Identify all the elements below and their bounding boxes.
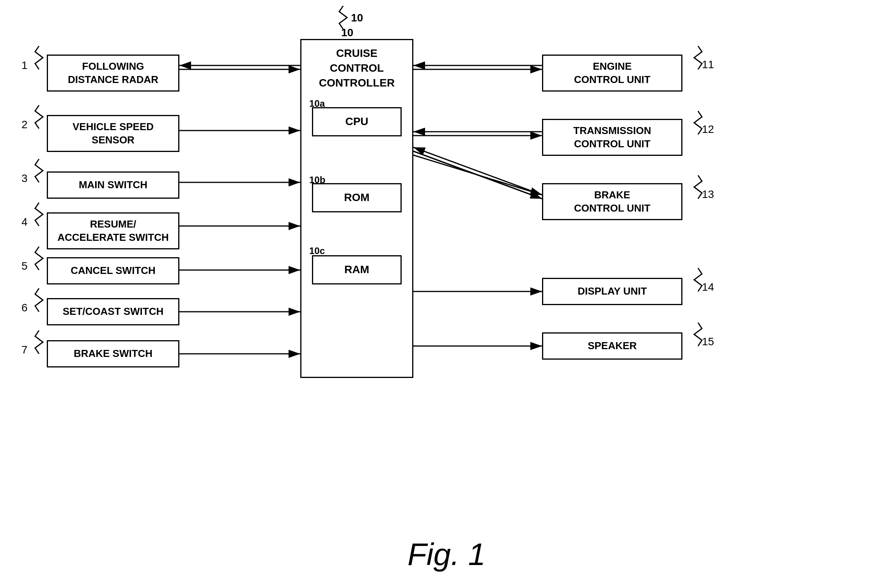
ref-3: 3 [21, 172, 28, 185]
box-resume-accelerate-switch: RESUME/ACCELERATE SWITCH [47, 212, 179, 249]
svg-line-17 [413, 155, 542, 195]
controller-label: CRUISECONTROLCONTROLLER [301, 46, 412, 90]
ref-5: 5 [21, 260, 28, 272]
svg-line-20 [413, 151, 542, 199]
box-transmission-control-unit: TRANSMISSIONCONTROL UNIT [542, 119, 682, 156]
ref-6: 6 [21, 302, 28, 314]
box-brake-control-unit: BRAKECONTROL UNIT [542, 183, 682, 220]
ref-12: 12 [702, 123, 714, 136]
box-main-switch: MAIN SWITCH [47, 171, 179, 199]
box-vehicle-speed-sensor: VEHICLE SPEEDSENSOR [47, 115, 179, 152]
ref-10: 10 [341, 26, 353, 39]
ref-7: 7 [21, 344, 28, 356]
ref-4: 4 [21, 216, 28, 228]
ref-14: 14 [702, 281, 714, 293]
box-cpu: CPU [312, 107, 402, 136]
box-speaker: SPEAKER [542, 332, 682, 360]
box-rom: ROM [312, 183, 402, 212]
figure-label: Fig. 1 [408, 537, 485, 572]
box-set-coast-switch: SET/COAST SWITCH [47, 298, 179, 325]
box-ram: RAM [312, 255, 402, 284]
ref-13: 13 [702, 188, 714, 201]
ref-11: 11 [702, 58, 714, 71]
svg-line-21 [413, 147, 542, 195]
box-display-unit: DISPLAY UNIT [542, 278, 682, 305]
box-cancel-switch: CANCEL SWITCH [47, 257, 179, 284]
ref-15: 15 [702, 335, 714, 348]
ref-1: 1 [21, 59, 28, 72]
svg-text:10: 10 [351, 12, 363, 24]
box-engine-control-unit: ENGINECONTROL UNIT [542, 55, 682, 92]
sublabel-10c: 10c [309, 245, 325, 256]
box-following-distance-radar: FOLLOWINGDISTANCE RADAR [47, 55, 179, 92]
box-brake-switch: BRAKE SWITCH [47, 340, 179, 367]
svg-line-16 [413, 151, 542, 199]
ref-2: 2 [21, 118, 28, 131]
